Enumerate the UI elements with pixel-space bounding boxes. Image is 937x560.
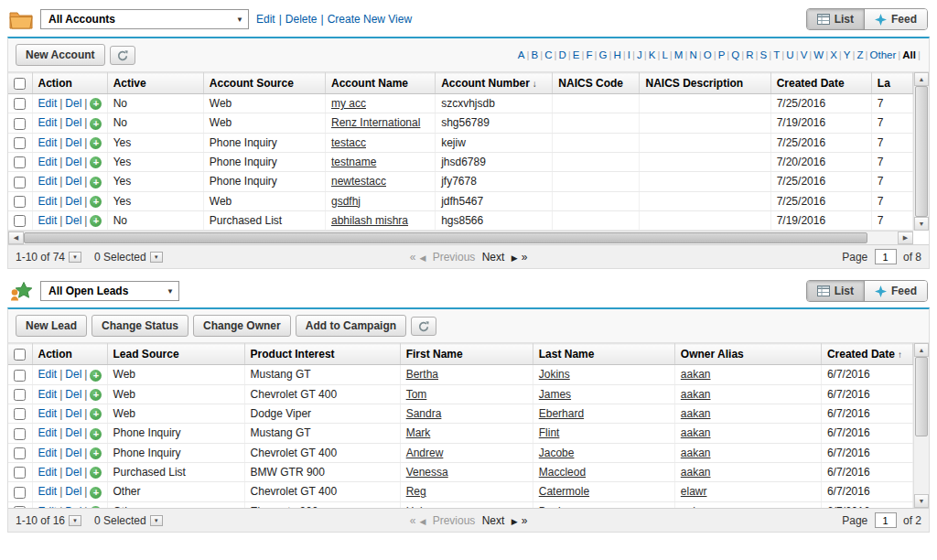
previous-page-icon[interactable]: ◀ (419, 517, 425, 526)
del-link[interactable]: Del (65, 426, 81, 439)
feed-toggle-button[interactable]: Feed (864, 281, 927, 301)
name-link[interactable]: my acc (331, 97, 366, 110)
row-checkbox[interactable] (14, 467, 26, 479)
row-checkbox[interactable] (14, 215, 26, 227)
edit-link[interactable]: Edit (38, 466, 58, 479)
row-checkbox[interactable] (14, 370, 26, 382)
owner-link[interactable]: aakan (681, 447, 711, 459)
add-icon[interactable]: + (90, 370, 102, 382)
alphabet-letter[interactable]: X (829, 49, 838, 60)
scroll-left-icon[interactable]: ◀ (8, 232, 24, 244)
column-header-naics_desc[interactable]: NAICS Description (640, 73, 770, 94)
alphabet-letter[interactable]: R (745, 49, 754, 60)
add-icon[interactable]: + (90, 428, 102, 440)
owner-link[interactable]: aakan (681, 426, 711, 439)
edit-link[interactable]: Edit (38, 136, 58, 149)
alphabet-letter[interactable]: V (800, 49, 809, 60)
last-link[interactable]: Eberhard (539, 407, 584, 420)
last-link[interactable]: Jokins (539, 368, 570, 381)
column-header-created[interactable]: Created Date↑ (821, 344, 912, 365)
column-header-first[interactable]: First Name (400, 344, 533, 365)
scroll-up-icon[interactable]: ▲ (914, 343, 929, 357)
alphabet-letter[interactable]: J (636, 49, 643, 60)
edit-link[interactable]: Edit (38, 447, 58, 459)
alphabet-letter[interactable]: F (585, 49, 593, 60)
scroll-down-icon[interactable]: ▼ (914, 217, 929, 231)
alphabet-letter[interactable]: P (717, 49, 727, 60)
alphabet-letter[interactable]: E (572, 49, 581, 60)
range-dropdown-icon[interactable]: ▼ (69, 252, 81, 263)
column-header-number[interactable]: Account Number↓ (436, 73, 553, 94)
previous-link[interactable]: Previous (433, 514, 476, 527)
alphabet-letter[interactable]: L (661, 49, 668, 60)
alphabet-letter[interactable]: Q (730, 49, 740, 60)
feed-toggle-button[interactable]: Feed (864, 9, 927, 29)
row-checkbox[interactable] (14, 156, 26, 168)
row-checkbox[interactable] (14, 177, 26, 188)
first-link[interactable]: Tom (406, 388, 427, 401)
column-header-active[interactable]: Active (107, 73, 203, 94)
hscroll-track[interactable] (24, 232, 898, 244)
scroll-down-icon[interactable]: ▼ (914, 494, 929, 508)
alphabet-letter[interactable]: Z (856, 49, 865, 60)
alphabet-letter[interactable]: W (813, 49, 824, 60)
list-toggle-button[interactable]: List (807, 281, 864, 301)
del-link[interactable]: Del (65, 485, 81, 498)
column-header-owner[interactable]: Owner Alias (674, 344, 821, 365)
del-link[interactable]: Del (65, 388, 81, 401)
add-icon[interactable]: + (90, 487, 102, 499)
alphabet-letter[interactable]: H (612, 49, 621, 60)
add-icon[interactable]: + (90, 98, 102, 110)
row-checkbox[interactable] (14, 408, 26, 420)
selected-dropdown-icon[interactable]: ▼ (150, 515, 163, 526)
add-icon[interactable]: + (90, 196, 102, 208)
add-icon[interactable]: + (90, 467, 102, 479)
column-header-product[interactable]: Product Interest (244, 344, 400, 365)
refresh-button[interactable] (110, 46, 135, 65)
alphabet-letter[interactable]: Y (843, 49, 852, 60)
column-header-name[interactable]: Account Name (325, 73, 435, 94)
last-link[interactable]: Catermole (539, 485, 589, 498)
del-link[interactable]: Del (65, 97, 81, 110)
list-toggle-button[interactable]: List (807, 9, 864, 29)
first-link[interactable]: Venessa (406, 466, 448, 479)
edit-link[interactable]: Edit (38, 97, 58, 110)
column-header-action[interactable]: Action (32, 73, 107, 94)
alphabet-letter[interactable]: G (598, 49, 609, 60)
hscroll-thumb[interactable] (24, 232, 867, 243)
column-header-action[interactable]: Action (32, 344, 107, 365)
view-link[interactable]: Create New View (328, 13, 412, 26)
page-number-input[interactable] (875, 249, 897, 264)
alphabet-letter[interactable]: Other (869, 49, 898, 60)
alphabet-letter[interactable]: U (785, 49, 794, 60)
del-link[interactable]: Del (65, 466, 81, 479)
column-header-last[interactable]: Last Name (533, 344, 674, 365)
last-link[interactable]: James (539, 388, 571, 401)
change-status-button[interactable]: Change Status (92, 315, 188, 337)
view-selector[interactable]: All Open Leads ▼ (40, 281, 179, 301)
previous-link[interactable]: Previous (433, 251, 476, 264)
row-checkbox[interactable] (14, 389, 26, 401)
name-link[interactable]: gsdfhj (331, 195, 361, 208)
column-header-source[interactable]: Lead Source (107, 344, 244, 365)
owner-link[interactable]: aakan (681, 466, 711, 479)
edit-link[interactable]: Edit (38, 195, 58, 208)
last-page-icon[interactable]: » (522, 514, 528, 527)
first-link[interactable]: Mark (406, 426, 431, 439)
name-link[interactable]: abhilash mishra (331, 214, 408, 227)
leads-vertical-scrollbar[interactable]: ▲ ▼ (913, 343, 929, 508)
last-page-icon[interactable]: » (522, 251, 528, 264)
del-link[interactable]: Del (65, 156, 81, 168)
column-header-last[interactable]: La (871, 73, 912, 94)
range-dropdown-icon[interactable]: ▼ (69, 515, 81, 526)
next-page-icon[interactable]: ▶ (512, 517, 518, 526)
row-checkbox[interactable] (14, 196, 26, 208)
alphabet-letter[interactable]: A (517, 49, 526, 60)
del-link[interactable]: Del (65, 407, 81, 420)
edit-link[interactable]: Edit (38, 485, 58, 498)
column-header-naics_code[interactable]: NAICS Code (553, 73, 640, 94)
first-link[interactable]: Reg (406, 485, 426, 498)
alphabet-letter[interactable]: K (648, 49, 657, 60)
previous-page-icon[interactable]: ◀ (419, 253, 425, 263)
last-link[interactable]: Maccleod (539, 466, 586, 479)
